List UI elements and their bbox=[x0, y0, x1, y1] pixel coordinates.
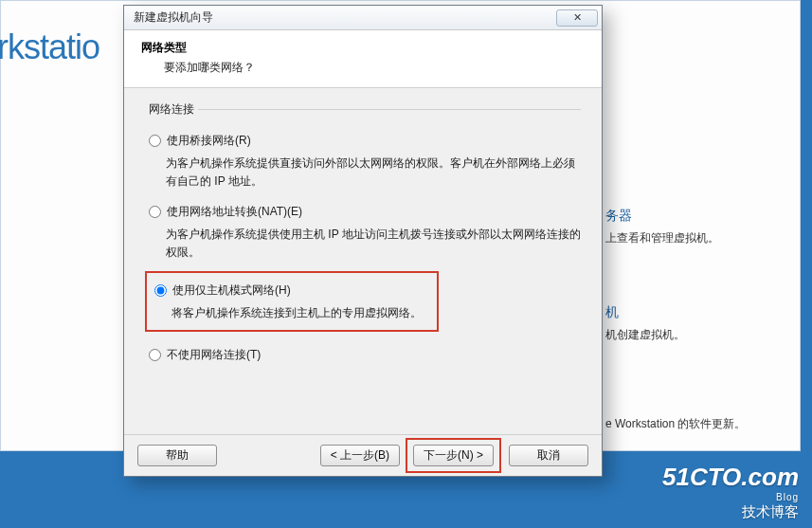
side-section-1-title: 务器 bbox=[605, 208, 632, 225]
option-bridged[interactable]: 使用桥接网络(R) bbox=[145, 127, 581, 153]
dialog-title: 新建虚拟机向导 bbox=[134, 9, 556, 26]
wizard-header: 网络类型 要添加哪类网络？ bbox=[124, 30, 602, 88]
option-hostonly-desc: 将客户机操作系统连接到主机上的专用虚拟网络。 bbox=[151, 302, 433, 326]
header-subtitle: 要添加哪类网络？ bbox=[141, 56, 585, 76]
selected-highlight: 使用仅主机模式网络(H) 将客户机操作系统连接到主机上的专用虚拟网络。 bbox=[145, 271, 439, 332]
help-button[interactable]: 帮助 bbox=[137, 445, 217, 466]
option-hostonly-label: 使用仅主机模式网络(H) bbox=[172, 282, 291, 299]
radio-nat[interactable] bbox=[149, 206, 161, 218]
option-bridged-desc: 为客户机操作系统提供直接访问外部以太网网络的权限。客户机在外部网络上必须有自己的… bbox=[145, 153, 581, 198]
back-button[interactable]: < 上一步(B) bbox=[320, 445, 400, 466]
group-label: 网络连接 bbox=[145, 101, 198, 118]
watermark: 51CTO.com Blog 技术博客 bbox=[662, 463, 799, 520]
option-none[interactable]: 不使用网络连接(T) bbox=[145, 341, 581, 367]
brand-partial: rkstatio bbox=[0, 27, 99, 67]
next-highlight: 下一步(N) > bbox=[406, 438, 501, 473]
cancel-button[interactable]: 取消 bbox=[509, 445, 588, 466]
option-none-label: 不使用网络连接(T) bbox=[167, 347, 261, 363]
option-nat-label: 使用网络地址转换(NAT)(E) bbox=[167, 204, 302, 220]
side-section-1-desc: 上查看和管理虚拟机。 bbox=[605, 230, 719, 246]
wizard-dialog: 新建虚拟机向导 ✕ 网络类型 要添加哪类网络？ 网络连接 使用桥接网络(R) 为… bbox=[123, 5, 603, 477]
side-section-2-desc: 机创建虚拟机。 bbox=[605, 327, 685, 343]
side-section-2-title: 机 bbox=[605, 304, 619, 321]
option-nat-desc: 为客户机操作系统提供使用主机 IP 地址访问主机拨号连接或外部以太网网络连接的权… bbox=[145, 224, 581, 269]
watermark-line3: 技术博客 bbox=[662, 503, 799, 520]
network-group: 网络连接 使用桥接网络(R) 为客户机操作系统提供直接访问外部以太网网络的权限。… bbox=[145, 101, 581, 367]
titlebar[interactable]: 新建虚拟机向导 ✕ bbox=[124, 6, 602, 30]
option-nat[interactable]: 使用网络地址转换(NAT)(E) bbox=[145, 198, 581, 224]
wizard-content: 网络连接 使用桥接网络(R) 为客户机操作系统提供直接访问外部以太网网络的权限。… bbox=[124, 88, 602, 367]
side-section-3-desc: e Workstation 的软件更新。 bbox=[605, 416, 746, 432]
radio-none[interactable] bbox=[149, 349, 161, 361]
option-bridged-label: 使用桥接网络(R) bbox=[167, 133, 251, 149]
wizard-footer: 帮助 < 上一步(B) 下一步(N) > 取消 bbox=[124, 434, 602, 476]
option-hostonly[interactable]: 使用仅主机模式网络(H) bbox=[151, 277, 433, 302]
watermark-line1: 51CTO.com bbox=[662, 463, 799, 492]
next-button[interactable]: 下一步(N) > bbox=[413, 445, 494, 466]
watermark-line2: Blog bbox=[662, 492, 799, 503]
close-button[interactable]: ✕ bbox=[556, 9, 598, 27]
radio-hostonly[interactable] bbox=[154, 284, 167, 297]
radio-bridged[interactable] bbox=[149, 135, 161, 147]
header-title: 网络类型 bbox=[141, 40, 585, 56]
